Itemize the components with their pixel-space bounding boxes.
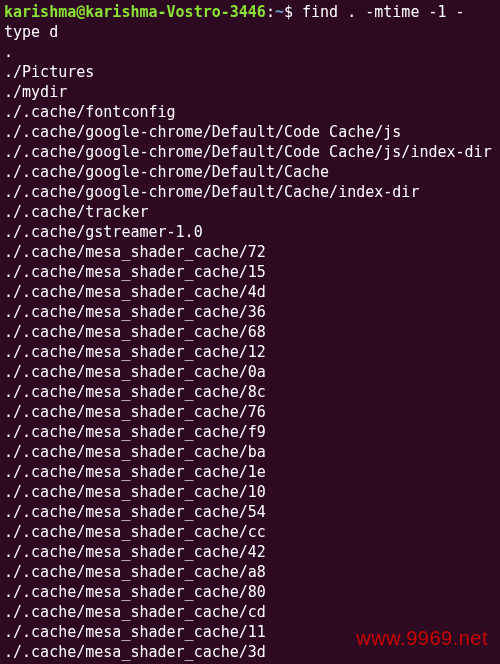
output-line: ./.cache/mesa_shader_cache/8c [4, 382, 496, 402]
output-line: ./.cache/mesa_shader_cache/42 [4, 542, 496, 562]
output-line: ./.cache/mesa_shader_cache/1e [4, 462, 496, 482]
output-line: ./.cache/gstreamer-1.0 [4, 222, 496, 242]
output-line: ./.cache/google-chrome/Default/Cache [4, 162, 496, 182]
command-output: ../Pictures./mydir./.cache/fontconfig./.… [4, 42, 496, 664]
output-line: . [4, 42, 496, 62]
watermark-text: www.9969.net [356, 628, 488, 648]
output-line: ./.cache/fontconfig [4, 102, 496, 122]
output-line: ./.cache/mesa_shader_cache/36 [4, 302, 496, 322]
terminal-window[interactable]: karishma@karishma-Vostro-3446:~$ find . … [0, 0, 500, 664]
prompt-dollar: $ [284, 3, 302, 21]
output-line: ./.cache/tracker [4, 202, 496, 222]
output-line: ./.cache/google-chrome/Default/Code Cach… [4, 122, 496, 142]
output-line: ./.cache/mesa_shader_cache/4d [4, 282, 496, 302]
prompt-line: karishma@karishma-Vostro-3446:~$ find . … [4, 2, 496, 42]
output-line: ./.cache/mesa_shader_cache/80 [4, 582, 496, 602]
output-line: ./.cache/mesa_shader_cache/f9 [4, 422, 496, 442]
prompt-user-host: karishma@karishma-Vostro-3446 [4, 3, 266, 21]
output-line: ./.cache/mesa_shader_cache/54 [4, 502, 496, 522]
output-line: ./.cache/mesa_shader_cache/15 [4, 262, 496, 282]
output-line: ./.cache/mesa_shader_cache/72 [4, 242, 496, 262]
output-line: ./.cache/mesa_shader_cache/10 [4, 482, 496, 502]
output-line: ./.cache/google-chrome/Default/Cache/ind… [4, 182, 496, 202]
output-line: ./.cache/mesa_shader_cache/ba [4, 442, 496, 462]
output-line: ./Pictures [4, 62, 496, 82]
output-line: ./.cache/mesa_shader_cache/76 [4, 402, 496, 422]
output-line: ./.cache/mesa_shader_cache/68 [4, 322, 496, 342]
output-line: ./.cache/google-chrome/Default/Code Cach… [4, 142, 496, 162]
output-line: ./.cache/mesa_shader_cache/cd [4, 602, 496, 622]
prompt-colon: : [266, 3, 275, 21]
output-line: ./.cache/mesa_shader_cache/12 [4, 342, 496, 362]
output-line: ./.cache/mesa_shader_cache/0a [4, 362, 496, 382]
prompt-path: ~ [275, 3, 284, 21]
output-line: ./mydir [4, 82, 496, 102]
output-line: ./.cache/mesa_shader_cache/a8 [4, 562, 496, 582]
output-line: ./.cache/mesa_shader_cache/cc [4, 522, 496, 542]
